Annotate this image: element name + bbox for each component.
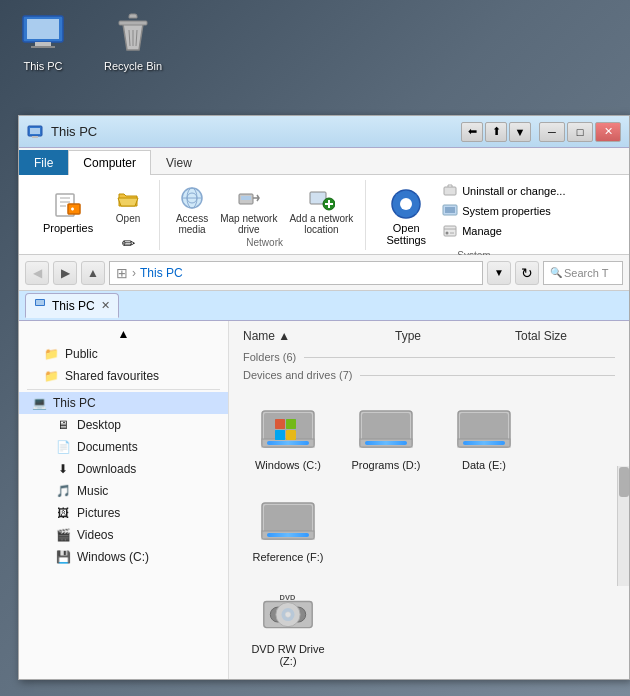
add-network-location-button[interactable]: Add a networklocation	[285, 182, 357, 237]
minimize-button[interactable]: ─	[539, 122, 565, 142]
content-pane: Name ▲ Type Total Size Folders (6) Devic…	[229, 321, 629, 679]
sidebar-item-this-pc[interactable]: 💻 This PC	[19, 392, 228, 414]
system-properties-icon	[442, 203, 458, 219]
scroll-thumb[interactable]	[619, 467, 629, 497]
drive-programs-d[interactable]: Programs (D:)	[341, 391, 431, 475]
system-properties-label: System properties	[462, 205, 551, 217]
sidebar-item-downloads[interactable]: ⬇ Downloads	[19, 458, 228, 480]
properties-button[interactable]: Properties	[35, 182, 101, 238]
main-area: ▲ 📁 Public 📁 Shared favourites 💻 This PC…	[19, 321, 629, 679]
map-network-drive-button[interactable]: Map networkdrive	[216, 182, 281, 237]
svg-point-25	[446, 231, 449, 234]
system-properties-button[interactable]: System properties	[438, 202, 569, 220]
desktop-icon-this-pc[interactable]: This PC	[8, 8, 78, 72]
svg-rect-28	[36, 300, 44, 305]
music-icon: 🎵	[55, 483, 71, 499]
svg-rect-7	[32, 136, 38, 138]
drive-icon-c: 💾	[55, 549, 71, 565]
sidebar-item-pictures[interactable]: 🖼 Pictures	[19, 502, 228, 524]
tab-computer[interactable]: Computer	[68, 150, 151, 175]
this-pc-label: This PC	[23, 60, 62, 72]
search-input[interactable]: 🔍 Search T	[543, 261, 623, 285]
title-nav-btn-2[interactable]: ⬆	[485, 122, 507, 142]
address-dropdown[interactable]: ▼	[487, 261, 511, 285]
open-label: Open	[116, 213, 140, 224]
uninstall-change-label: Uninstall or change...	[462, 185, 565, 197]
svg-rect-52	[267, 533, 309, 537]
open-settings-button[interactable]: OpenSettings	[378, 182, 434, 250]
documents-icon: 📄	[55, 439, 71, 455]
ribbon-tabs: File Computer View	[19, 148, 629, 175]
maximize-button[interactable]: □	[567, 122, 593, 142]
drive-reference-f[interactable]: Reference (F:)	[243, 483, 333, 567]
sidebar-item-videos[interactable]: 🎬 Videos	[19, 524, 228, 546]
dvd-z-label: DVD RW Drive (Z:)	[247, 643, 329, 667]
svg-rect-48	[463, 441, 505, 445]
svg-rect-20	[444, 187, 456, 195]
address-bar: ◀ ▶ ▲ ⊞ › This PC ▼ ↻ 🔍 Search T	[19, 255, 629, 291]
devices-section-label: Devices and drives (7)	[235, 365, 623, 383]
open-button[interactable]: Open	[105, 182, 151, 226]
uninstall-change-button[interactable]: Uninstall or change...	[438, 182, 569, 200]
col-type-header[interactable]: Type	[395, 329, 515, 343]
access-media-icon	[178, 184, 206, 212]
downloads-icon: ⬇	[55, 461, 71, 477]
tab-view[interactable]: View	[151, 150, 207, 175]
sidebar-scroll-up[interactable]: ▲	[19, 325, 228, 343]
sidebar-item-shared-favourites[interactable]: 📁 Shared favourites	[19, 365, 228, 387]
close-button[interactable]: ✕	[595, 122, 621, 142]
sidebar-item-documents[interactable]: 📄 Documents	[19, 436, 228, 458]
scrollbar[interactable]	[617, 466, 629, 586]
svg-text:DVD: DVD	[280, 593, 296, 602]
title-nav-btn-1[interactable]: ⬅	[461, 122, 483, 142]
search-placeholder: Search T	[564, 267, 608, 279]
sidebar-item-windows-c[interactable]: 💾 Windows (C:)	[19, 546, 228, 568]
desktop-icon-recycle-bin[interactable]: Recycle Bin	[98, 8, 168, 72]
svg-rect-38	[286, 419, 296, 429]
up-button[interactable]: ▲	[81, 261, 105, 285]
system-right-buttons: Uninstall or change... System properties	[438, 182, 569, 240]
back-button[interactable]: ◀	[25, 261, 49, 285]
svg-rect-44	[365, 441, 407, 445]
address-breadcrumb: ⊞ › This PC	[116, 265, 183, 281]
explorer-window: This PC ⬅ ⬆ ▼ ─ □ ✕ File Computer View	[18, 115, 630, 680]
forward-button[interactable]: ▶	[53, 261, 77, 285]
refresh-button[interactable]: ↻	[515, 261, 539, 285]
sidebar-item-public[interactable]: 📁 Public	[19, 343, 228, 365]
tab-file[interactable]: File	[19, 150, 68, 175]
rename-icon: ✏	[114, 230, 142, 258]
title-nav-btn-3[interactable]: ▼	[509, 122, 531, 142]
svg-rect-23	[444, 226, 456, 236]
open-icon	[114, 184, 142, 212]
manage-label: Manage	[462, 225, 502, 237]
map-network-drive-icon	[235, 184, 263, 212]
drive-data-e[interactable]: Data (E:)	[439, 391, 529, 475]
recycle-bin-icon	[109, 8, 157, 56]
network-buttons: Accessmedia Map networkdrive	[172, 182, 357, 237]
explorer-tab-this-pc[interactable]: This PC ✕	[25, 293, 119, 318]
drive-dvd-z[interactable]: DVD DVD RW Drive (Z:)	[243, 575, 333, 671]
col-name-header[interactable]: Name ▲	[243, 329, 395, 343]
svg-rect-39	[275, 430, 285, 440]
tab-close-button[interactable]: ✕	[101, 299, 110, 312]
recycle-bin-label: Recycle Bin	[104, 60, 162, 72]
pictures-icon: 🖼	[55, 505, 71, 521]
programs-d-label: Programs (D:)	[351, 459, 420, 471]
breadcrumb-this-pc[interactable]: This PC	[140, 266, 183, 280]
breadcrumb-arrow: ⊞	[116, 265, 128, 281]
desktop-icons: This PC Recycle Bin	[8, 8, 168, 72]
desktop: This PC Recycle Bin	[0, 0, 630, 696]
svg-rect-4	[119, 21, 147, 25]
manage-button[interactable]: Manage	[438, 222, 569, 240]
col-size-header[interactable]: Total Size	[515, 329, 615, 343]
drive-windows-c[interactable]: Windows (C:)	[243, 391, 333, 475]
drives-grid: Windows (C:)	[235, 383, 623, 575]
uninstall-icon	[442, 183, 458, 199]
sidebar-item-music[interactable]: 🎵 Music	[19, 480, 228, 502]
ribbon-content: Properties Open	[19, 175, 629, 255]
content-header: Name ▲ Type Total Size	[235, 327, 623, 347]
data-e-label: Data (E:)	[462, 459, 506, 471]
access-media-button[interactable]: Accessmedia	[172, 182, 212, 237]
address-input[interactable]: ⊞ › This PC	[109, 261, 483, 285]
sidebar-item-desktop[interactable]: 🖥 Desktop	[19, 414, 228, 436]
